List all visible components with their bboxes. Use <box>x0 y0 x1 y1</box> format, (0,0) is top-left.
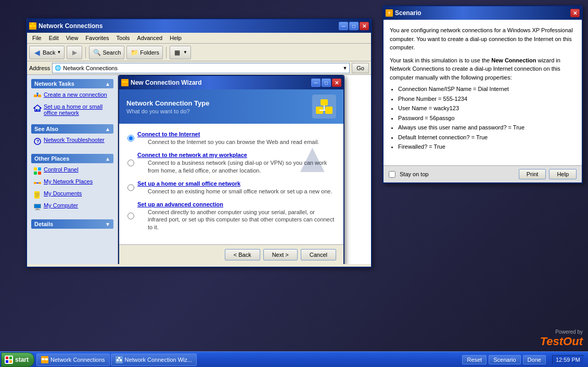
svg-rect-38 <box>6 357 8 359</box>
scenario-close-button[interactable]: ✕ <box>570 9 580 17</box>
help-button[interactable]: Help <box>549 169 577 179</box>
my-network-places-icon <box>33 179 42 187</box>
details-header[interactable]: Details ▼ <box>31 219 113 229</box>
testout-brand: Powered by TestOut <box>540 329 583 348</box>
radio-workplace[interactable] <box>127 152 134 174</box>
menu-view[interactable]: View <box>63 34 82 42</box>
menubar: File Edit View Favorites Tools Advanced … <box>27 33 371 44</box>
wizard-title: Network Connection Type <box>126 99 209 107</box>
address-input[interactable]: 🌐 Network Connections ▼ <box>52 63 350 73</box>
window-controls: ─ □ ✕ <box>339 22 369 30</box>
maximize-button[interactable]: □ <box>349 22 359 30</box>
done-button[interactable]: Done <box>523 355 546 364</box>
start-logo <box>5 356 13 364</box>
folders-icon: 📁 <box>130 48 138 57</box>
close-button[interactable]: ✕ <box>360 22 369 30</box>
nc-title-icon <box>29 22 36 30</box>
control-panel-icon <box>33 167 42 175</box>
prop-4: Password = 56passgo <box>398 114 576 123</box>
menu-advanced[interactable]: Advanced <box>134 34 165 42</box>
wizard-footer: < Back Next > Cancel <box>119 244 343 264</box>
testout-out: Out <box>563 335 583 348</box>
reset-button[interactable]: Reset <box>462 355 487 364</box>
menu-favorites[interactable]: Favorites <box>82 34 112 42</box>
option-2-title[interactable]: Connect to the network at my workplace <box>137 152 335 158</box>
menu-help[interactable]: Help <box>167 34 185 42</box>
testout-logo: TestOut <box>540 335 583 348</box>
wizard-window-title: New Connection Wizard <box>131 79 311 86</box>
menu-file[interactable]: File <box>29 34 45 42</box>
menu-tools[interactable]: Tools <box>113 34 133 42</box>
forward-button[interactable]: ▶ <box>67 46 82 59</box>
menu-edit[interactable]: Edit <box>46 34 62 42</box>
powered-by-text: Powered by <box>540 329 583 335</box>
troubleshooter-link[interactable]: ? Network Troubleshooter <box>31 136 113 147</box>
prop-3: User Name = wacky123 <box>398 104 576 113</box>
folders-button[interactable]: 📁 Folders <box>126 46 163 59</box>
address-dropdown-icon[interactable]: ▼ <box>342 65 347 71</box>
scenario-title-icon: T <box>386 9 393 17</box>
my-computer-link[interactable]: My Computer <box>31 201 113 212</box>
wizard-titlebar: New Connection Wizard ─ □ ✕ <box>119 76 343 89</box>
taskbar-item-wizard[interactable]: Network Connection Wiz... <box>111 353 197 366</box>
svg-rect-43 <box>45 358 48 360</box>
details-chevron: ▼ <box>105 221 110 227</box>
addressbar: Address 🌐 Network Connections ▼ Go <box>27 61 371 75</box>
create-connection-link[interactable]: Create a new connection <box>31 90 113 101</box>
svg-rect-45 <box>117 359 119 361</box>
option-1-title[interactable]: Connect to the Internet <box>137 131 319 137</box>
prop-1: Connection Name/ISP Name = Dial Internet <box>398 85 576 94</box>
address-label: Address <box>29 65 50 71</box>
toolbar-separator-1 <box>85 47 86 58</box>
taskbar-item-nc[interactable]: Network Connections <box>36 353 110 366</box>
radio-advanced[interactable] <box>127 201 134 231</box>
scenario-properties-list: Connection Name/ISP Name = Dial Internet… <box>398 85 576 151</box>
start-button[interactable]: start <box>1 352 34 367</box>
search-icon: 🔍 <box>93 48 101 57</box>
control-panel-link[interactable]: Control Panel <box>31 165 113 176</box>
svg-rect-12 <box>38 109 40 111</box>
home-network-link[interactable]: Set up a home or small office network <box>31 102 113 117</box>
toolbar: ◀ Back ▼ ▶ 🔍 Search 📁 Folders ▦ ▼ <box>27 44 371 61</box>
prop-2: Phone Number = 555-1234 <box>398 95 576 103</box>
svg-rect-17 <box>34 172 37 175</box>
radio-internet[interactable] <box>127 131 134 146</box>
go-button[interactable]: Go <box>352 63 369 73</box>
cancel-button[interactable]: Cancel <box>301 249 336 260</box>
print-button[interactable]: Print <box>519 169 546 179</box>
svg-rect-16 <box>38 167 41 171</box>
other-places-chevron: ▲ <box>105 156 110 162</box>
minimize-button[interactable]: ─ <box>339 22 348 30</box>
wizard-minimize-button[interactable]: ─ <box>311 78 321 87</box>
search-button[interactable]: 🔍 Search <box>89 46 124 59</box>
wizard-close-button[interactable]: ✕ <box>332 78 341 87</box>
svg-rect-30 <box>122 81 124 83</box>
option-3-desc: Connect to an existing home or small off… <box>148 188 332 195</box>
option-3-title[interactable]: Set up a home or small office network <box>137 180 332 187</box>
svg-rect-0 <box>30 25 32 27</box>
back-button[interactable]: < Back <box>225 249 260 260</box>
my-documents-link[interactable]: My Documents <box>31 189 113 200</box>
other-places-header[interactable]: Other Places ▲ <box>31 154 113 163</box>
stay-on-top-checkbox[interactable] <box>389 171 395 178</box>
option-4-title[interactable]: Set up an advanced connection <box>137 201 335 207</box>
scenario-task: Your task in this simulation is to use t… <box>390 56 576 82</box>
next-button[interactable]: Next > <box>263 249 298 260</box>
prop-5: Always use this user name and password? … <box>398 123 576 132</box>
taskbar-nc-icon <box>41 356 48 363</box>
svg-rect-41 <box>9 360 12 363</box>
back-button[interactable]: ◀ Back ▼ <box>29 46 65 59</box>
my-network-places-link[interactable]: My Network Places <box>31 177 113 188</box>
svg-rect-40 <box>6 360 8 363</box>
see-also-header[interactable]: See Also ▲ <box>31 124 113 134</box>
radio-home-network[interactable] <box>127 180 134 195</box>
wizard-window: New Connection Wizard ─ □ ✕ Network Conn… <box>118 75 344 264</box>
scenario-controls: ✕ <box>570 9 580 17</box>
back-dropdown-icon[interactable]: ▼ <box>57 50 61 55</box>
sidebar: Network Tasks ▲ <box>27 75 118 264</box>
network-tasks-header[interactable]: Network Tasks ▲ <box>31 79 113 88</box>
views-button[interactable]: ▦ ▼ <box>170 46 191 59</box>
wizard-maximize-button[interactable]: □ <box>322 78 331 87</box>
scenario-button[interactable]: Scenario <box>489 355 520 364</box>
views-dropdown-icon[interactable]: ▼ <box>183 50 187 55</box>
